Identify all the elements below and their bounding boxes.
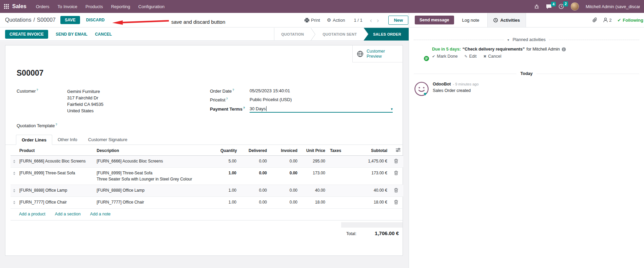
cell-description[interactable]: [FURN_6666] Acoustic Bloc Screens: [95, 156, 219, 168]
following-button[interactable]: ✔ Following: [617, 18, 643, 23]
order-date-value[interactable]: 05/25/2023 15:40:01: [250, 88, 290, 94]
drag-handle-icon[interactable]: [12, 200, 17, 204]
add-note-link[interactable]: Add a note: [90, 212, 111, 216]
debug-bug-icon[interactable]: [534, 4, 539, 9]
delete-line-icon[interactable]: [394, 200, 398, 204]
delete-line-icon[interactable]: [394, 188, 398, 192]
app-name[interactable]: Sales: [12, 3, 26, 9]
nav-item-products[interactable]: Products: [81, 0, 107, 13]
cell-invoiced[interactable]: 0.00: [268, 185, 299, 197]
step-quotation[interactable]: QUOTATION: [274, 28, 311, 41]
apps-grid-icon[interactable]: [4, 4, 9, 9]
cell-unit-price[interactable]: 18.00: [299, 197, 327, 209]
user-avatar[interactable]: [571, 2, 579, 11]
col-taxes[interactable]: Taxes: [327, 145, 351, 156]
cell-quantity[interactable]: 1.00: [219, 168, 238, 185]
add-product-link[interactable]: Add a product: [19, 212, 45, 216]
customer-preview-button[interactable]: Customer Preview: [352, 45, 403, 62]
cell-taxes[interactable]: [327, 168, 351, 185]
save-button[interactable]: SAVE: [60, 16, 80, 24]
nav-item-orders[interactable]: Orders: [32, 0, 54, 13]
activities-clock-icon[interactable]: 2: [559, 4, 564, 9]
customer-link[interactable]: Gemini Furniture: [67, 88, 103, 95]
col-unit-price[interactable]: Unit Price: [299, 145, 327, 156]
col-invoiced[interactable]: Invoiced: [268, 145, 299, 156]
drag-handle-icon[interactable]: [12, 171, 17, 175]
cell-product[interactable]: [FURN_8999] Three-Seat Sofa: [18, 168, 95, 185]
step-quotation-sent[interactable]: QUOTATION SENT: [316, 28, 364, 41]
schedule-activity-button[interactable]: Activities: [487, 13, 526, 27]
print-button[interactable]: Print: [305, 18, 320, 23]
pricelist-value[interactable]: Public Pricelist (USD): [250, 97, 292, 102]
create-invoice-button[interactable]: CREATE INVOICE: [5, 30, 48, 39]
nav-item-to-invoice[interactable]: To Invoice: [54, 0, 82, 13]
nav-item-reporting[interactable]: Reporting: [107, 0, 134, 13]
tab-order-lines[interactable]: Order Lines: [16, 135, 52, 145]
cell-taxes[interactable]: [327, 185, 351, 197]
cell-taxes[interactable]: [327, 197, 351, 209]
breadcrumb-quotations[interactable]: Quotations: [5, 17, 31, 23]
cell-quantity[interactable]: 1.00: [219, 197, 238, 209]
cell-delivered[interactable]: 0.00: [238, 168, 268, 185]
cell-unit-price[interactable]: 173.00: [299, 168, 327, 185]
col-delivered[interactable]: Delivered: [238, 145, 268, 156]
cell-product[interactable]: [FURN_8888] Office Lamp: [18, 185, 95, 197]
dropdown-caret-icon[interactable]: ▾: [391, 107, 393, 111]
col-product[interactable]: Product: [18, 145, 95, 156]
step-sales-order[interactable]: SALES ORDER: [364, 28, 409, 41]
attachment-paperclip-icon[interactable]: [592, 17, 598, 23]
send-message-button[interactable]: Send message: [415, 16, 454, 24]
pager-prev-icon[interactable]: ‹: [369, 17, 373, 23]
col-subtotal[interactable]: Subtotal: [351, 145, 389, 156]
pager-indicator[interactable]: 1 / 1: [354, 18, 362, 23]
discard-button[interactable]: DISCARD: [86, 18, 105, 22]
col-quantity[interactable]: Quantity: [219, 145, 238, 156]
cancel-button[interactable]: CANCEL: [95, 32, 112, 37]
pager-next-icon[interactable]: ›: [376, 17, 379, 23]
chatter-panel: ▾ Planned activities Due in 5 days: “Che…: [409, 28, 644, 268]
svg-text:♥: ♥: [424, 91, 427, 96]
action-button[interactable]: ⚙ Action: [327, 17, 345, 23]
cell-invoiced[interactable]: 0.00: [268, 168, 299, 185]
planned-activities-header[interactable]: ▾ Planned activities: [409, 37, 644, 42]
col-description[interactable]: Description: [95, 145, 219, 156]
drag-handle-icon[interactable]: [12, 159, 17, 163]
cell-invoiced[interactable]: 0.00: [268, 197, 299, 209]
followers-button[interactable]: 2: [603, 18, 611, 23]
quotation-template-row[interactable]: Quotation Template?: [17, 123, 193, 128]
send-by-email-button[interactable]: SEND BY EMAIL: [56, 32, 87, 37]
cell-quantity[interactable]: 5.00: [219, 156, 238, 168]
cell-quantity[interactable]: 1.00: [219, 185, 238, 197]
cell-delivered[interactable]: 0.00: [238, 197, 268, 209]
cell-description[interactable]: [FURN_8999] Three-Seat SofaThree Seater …: [95, 168, 219, 185]
customer-address-2: Fairfield CA 94535: [67, 101, 103, 108]
user-menu[interactable]: Mitchell Admin (save_discar: [586, 4, 640, 9]
cell-unit-price[interactable]: 295.00: [299, 156, 327, 168]
tab-other-info[interactable]: Other Info: [52, 135, 83, 145]
cell-invoiced[interactable]: 0.00: [268, 156, 299, 168]
mark-done-button[interactable]: ✔ Mark Done: [432, 54, 457, 59]
messages-icon[interactable]: 4: [546, 4, 552, 9]
log-note-button[interactable]: Log note: [462, 18, 480, 23]
optional-columns-icon[interactable]: [396, 148, 401, 152]
cell-taxes[interactable]: [327, 156, 351, 168]
nav-item-configuration[interactable]: Configuration: [134, 0, 169, 13]
cancel-activity-button[interactable]: ✖ Cancel: [483, 54, 501, 59]
cell-product[interactable]: [FURN_7777] Office Chair: [18, 197, 95, 209]
edit-activity-button[interactable]: ✎ Edit: [464, 54, 476, 59]
cell-description[interactable]: [FURN_8888] Office Lamp: [95, 185, 219, 197]
tab-customer-signature[interactable]: Customer Signature: [83, 135, 133, 145]
new-button[interactable]: New: [388, 16, 408, 25]
cell-delivered[interactable]: 0.00: [238, 185, 268, 197]
cell-product[interactable]: [FURN_6666] Acoustic Bloc Screens: [18, 156, 95, 168]
info-icon[interactable]: [562, 47, 566, 52]
message-author[interactable]: OdooBot: [433, 82, 451, 87]
delete-line-icon[interactable]: [394, 159, 398, 163]
add-section-link[interactable]: Add a section: [55, 212, 81, 216]
delete-line-icon[interactable]: [394, 171, 398, 175]
drag-handle-icon[interactable]: [12, 188, 17, 192]
cell-delivered[interactable]: 0.00: [238, 156, 268, 168]
cell-unit-price[interactable]: 40.00: [299, 185, 327, 197]
payment-terms-input[interactable]: 30 Days ▾: [250, 106, 393, 113]
cell-description[interactable]: [FURN_7777] Office Chair: [95, 197, 219, 209]
